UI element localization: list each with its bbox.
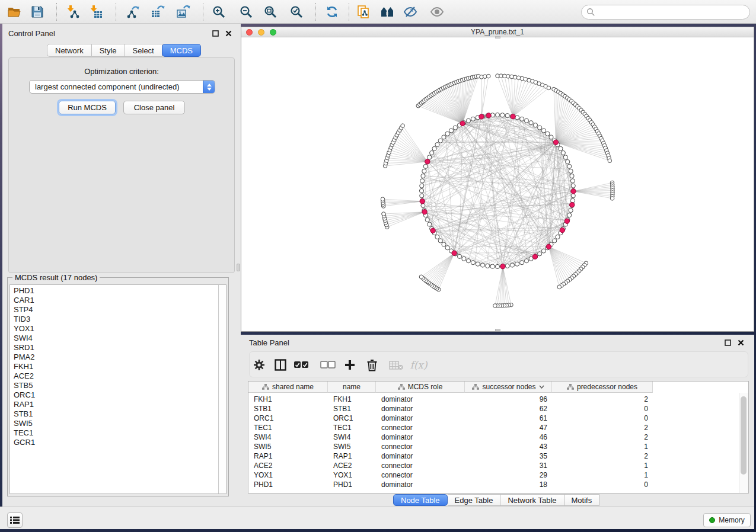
float-panel-button[interactable] bbox=[724, 339, 732, 347]
table-row[interactable]: ACE2ACE2connector311 bbox=[248, 461, 653, 470]
memory-label: Memory bbox=[719, 516, 744, 524]
new-network-from-selection-button[interactable] bbox=[356, 4, 371, 20]
list-item[interactable]: SWI5 bbox=[14, 419, 218, 428]
delete-column-button[interactable] bbox=[364, 357, 379, 373]
mcds-result-group: MCDS result (17 nodes) PHD1 CAR1 STP4 TI… bbox=[7, 277, 229, 496]
list-item[interactable]: GCR1 bbox=[14, 438, 218, 447]
tab-select[interactable]: Select bbox=[125, 44, 162, 57]
column-header-mcds-role[interactable]: MCDS role bbox=[376, 382, 465, 393]
zoom-out-button[interactable] bbox=[238, 4, 254, 20]
mcds-result-listbox: PHD1 CAR1 STP4 TID3 YOX1 SWI4 SRD1 PMA2 … bbox=[9, 284, 227, 494]
list-item[interactable]: YOX1 bbox=[14, 324, 218, 334]
tab-network-table[interactable]: Network Table bbox=[500, 494, 564, 506]
cell-mcds-role: connector bbox=[376, 470, 465, 480]
gear-icon bbox=[253, 358, 266, 371]
float-icon bbox=[212, 30, 219, 37]
show-all-button[interactable] bbox=[429, 4, 445, 20]
save-session-button[interactable] bbox=[30, 4, 45, 20]
traffic-zoom-button[interactable] bbox=[270, 29, 276, 36]
scrollbar-thumb[interactable] bbox=[741, 396, 747, 475]
cell-mcds-role: dominator bbox=[376, 414, 465, 423]
list-item[interactable]: STP4 bbox=[14, 305, 218, 315]
status-bar: Memory bbox=[0, 507, 754, 529]
splitter-handle[interactable] bbox=[237, 264, 240, 271]
cell-mcds-role: connector bbox=[376, 442, 465, 451]
list-scrollbar[interactable] bbox=[218, 285, 226, 493]
list-item[interactable]: FKH1 bbox=[14, 362, 218, 371]
list-item[interactable]: RAP1 bbox=[14, 400, 218, 409]
table-settings-button[interactable] bbox=[251, 357, 267, 373]
import-table-button[interactable] bbox=[88, 4, 104, 20]
tab-motifs[interactable]: Motifs bbox=[564, 494, 600, 506]
zoom-in-button[interactable] bbox=[211, 4, 227, 20]
column-header-shared-name[interactable]: shared name bbox=[248, 382, 328, 393]
apply-layout-button[interactable] bbox=[324, 4, 340, 20]
tab-style[interactable]: Style bbox=[92, 44, 125, 57]
export-network-button[interactable] bbox=[126, 4, 141, 20]
list-item[interactable]: STB1 bbox=[14, 409, 218, 419]
table-row[interactable]: SWI5SWI5connector431 bbox=[248, 442, 653, 451]
search-icon bbox=[586, 8, 595, 17]
list-item[interactable]: SRD1 bbox=[14, 343, 218, 352]
first-neighbors-button[interactable] bbox=[379, 4, 395, 20]
traffic-minimize-button[interactable] bbox=[258, 29, 264, 36]
column-header-predecessor-nodes[interactable]: predecessor nodes bbox=[552, 382, 653, 393]
close-panel-button[interactable] bbox=[737, 339, 745, 347]
unselect-all-button[interactable] bbox=[320, 357, 336, 373]
table-row[interactable]: SWI4SWI4dominator462 bbox=[248, 432, 653, 442]
run-mcds-button[interactable]: Run MCDS bbox=[59, 101, 116, 114]
column-header-successor-nodes[interactable]: successor nodes bbox=[465, 382, 552, 393]
show-column-panel-button[interactable] bbox=[273, 357, 288, 373]
export-table-button[interactable] bbox=[150, 4, 165, 20]
list-item[interactable]: ORC1 bbox=[14, 390, 218, 400]
table-row[interactable]: YOX1YOX1connector291 bbox=[248, 470, 653, 480]
list-item[interactable]: TEC1 bbox=[14, 428, 218, 438]
list-item[interactable]: CAR1 bbox=[14, 296, 218, 305]
zoom-fit-button[interactable] bbox=[263, 4, 278, 20]
cell-shared-name: ORC1 bbox=[248, 414, 328, 423]
open-file-button[interactable] bbox=[7, 4, 22, 20]
traffic-close-button[interactable] bbox=[246, 29, 253, 36]
cell-shared-name: SWI5 bbox=[248, 442, 328, 451]
table-row[interactable]: STB1STB1dominator620 bbox=[248, 404, 653, 414]
tab-edge-table[interactable]: Edge Table bbox=[448, 494, 501, 506]
cell-name: SWI4 bbox=[328, 432, 376, 442]
table-scrollbar[interactable] bbox=[739, 393, 748, 493]
network-canvas[interactable] bbox=[241, 37, 754, 331]
list-item[interactable]: PMA2 bbox=[14, 352, 218, 362]
show-task-history-button[interactable] bbox=[7, 512, 23, 528]
create-column-button[interactable] bbox=[342, 357, 358, 373]
list-item[interactable]: TID3 bbox=[14, 315, 218, 324]
cell-name: RAP1 bbox=[328, 451, 376, 461]
select-all-button[interactable] bbox=[294, 357, 309, 373]
close-panel-button[interactable] bbox=[225, 30, 232, 37]
list-item[interactable]: PHD1 bbox=[14, 286, 218, 296]
float-panel-button[interactable] bbox=[212, 30, 219, 37]
column-header-name[interactable]: name bbox=[328, 382, 376, 393]
list-item[interactable]: STB5 bbox=[14, 381, 218, 390]
export-image-button[interactable] bbox=[176, 4, 191, 20]
tab-node-table[interactable]: Node Table bbox=[393, 494, 448, 506]
table-header-row: shared name name MCDS role successor nod… bbox=[248, 382, 653, 393]
cell-predecessor: 1 bbox=[552, 461, 653, 470]
cell-name: YOX1 bbox=[328, 470, 376, 480]
memory-button[interactable]: Memory bbox=[703, 513, 751, 527]
splitter-handle[interactable] bbox=[495, 329, 500, 331]
table-row[interactable]: FKH1FKH1dominator962 bbox=[248, 395, 653, 404]
table-row[interactable]: ORC1ORC1dominator610 bbox=[248, 414, 653, 423]
zoom-selected-button[interactable] bbox=[289, 4, 304, 20]
tab-network[interactable]: Network bbox=[47, 44, 92, 57]
import-network-button[interactable] bbox=[65, 4, 81, 20]
table-panel: Table Panel f(x) shared name name bbox=[241, 335, 754, 507]
table-row[interactable]: RAP1RAP1dominator352 bbox=[248, 451, 653, 461]
list-item[interactable]: ACE2 bbox=[14, 371, 218, 381]
splitter-handle[interactable] bbox=[495, 36, 500, 39]
optimization-criterion-select[interactable]: largest connected component (undirected) bbox=[29, 80, 215, 94]
table-row[interactable]: TEC1TEC1connector472 bbox=[248, 423, 653, 432]
search-input[interactable] bbox=[599, 8, 745, 17]
tab-mcds[interactable]: MCDS bbox=[162, 44, 201, 57]
hide-selected-button[interactable] bbox=[403, 4, 418, 20]
table-row[interactable]: PHD1PHD1dominator180 bbox=[248, 480, 653, 489]
close-panel-button-mcds[interactable]: Close panel bbox=[123, 101, 185, 114]
list-item[interactable]: SWI4 bbox=[14, 334, 218, 343]
